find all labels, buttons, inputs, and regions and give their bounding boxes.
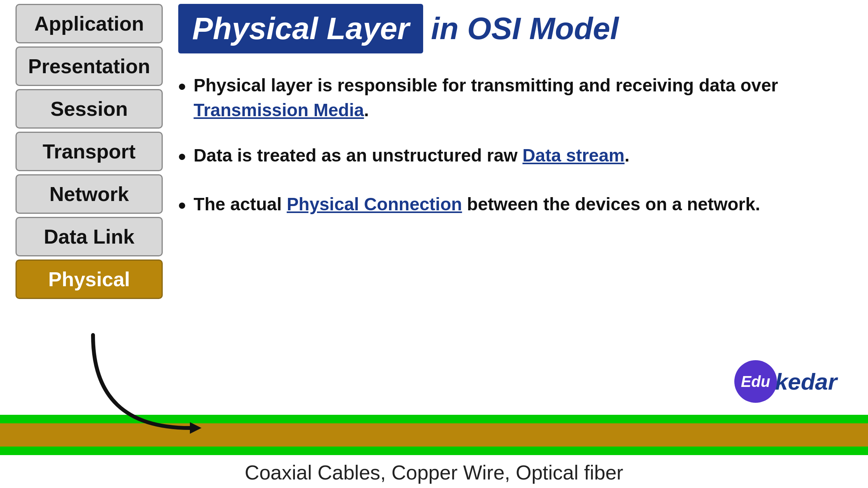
data-stream-link[interactable]: Data stream <box>522 145 624 165</box>
osi-layer-list: Application Presentation Session Transpo… <box>16 4 163 299</box>
bullet-2-text: Data is treated as an unstructured raw D… <box>194 143 860 168</box>
cable-visualization: Coaxial Cables, Copper Wire, Optical fib… <box>0 411 868 488</box>
bullet-points: Physical layer is responsible for transm… <box>178 73 860 221</box>
bullet-3: The actual Physical Connection between t… <box>178 192 860 220</box>
bullet-3-text: The actual Physical Connection between t… <box>194 192 860 217</box>
bullet-1: Physical layer is responsible for transm… <box>178 73 860 123</box>
title-highlighted-box: Physical Layer <box>178 4 423 53</box>
kedar-text: kedar <box>775 368 837 395</box>
cable-green-bottom <box>0 447 868 455</box>
layer-datalink[interactable]: Data Link <box>16 217 163 256</box>
edu-circle: Edu <box>734 360 777 403</box>
bullet-1-text: Physical layer is responsible for transm… <box>194 73 860 123</box>
layer-network[interactable]: Network <box>16 174 163 214</box>
layer-session[interactable]: Session <box>16 89 163 129</box>
layer-presentation[interactable]: Presentation <box>16 46 163 86</box>
title-rest-text: in OSI Model <box>431 11 618 46</box>
layer-physical[interactable]: Physical <box>16 259 163 299</box>
content-panel: Physical Layer in OSI Model Physical lay… <box>178 4 860 241</box>
cable-label: Coaxial Cables, Copper Wire, Optical fib… <box>0 461 868 484</box>
bullet-2: Data is treated as an unstructured raw D… <box>178 143 860 172</box>
cable-bar <box>0 415 868 455</box>
layer-transport[interactable]: Transport <box>16 132 163 171</box>
layer-application[interactable]: Application <box>16 4 163 43</box>
edukedar-logo: Edu kedar <box>734 360 837 403</box>
cable-green-top <box>0 415 868 423</box>
cable-gold-core <box>0 423 868 447</box>
page-title: Physical Layer in OSI Model <box>178 4 860 53</box>
physical-connection-link[interactable]: Physical Connection <box>287 194 462 214</box>
transmission-media-link[interactable]: Transmission Media <box>194 100 364 120</box>
